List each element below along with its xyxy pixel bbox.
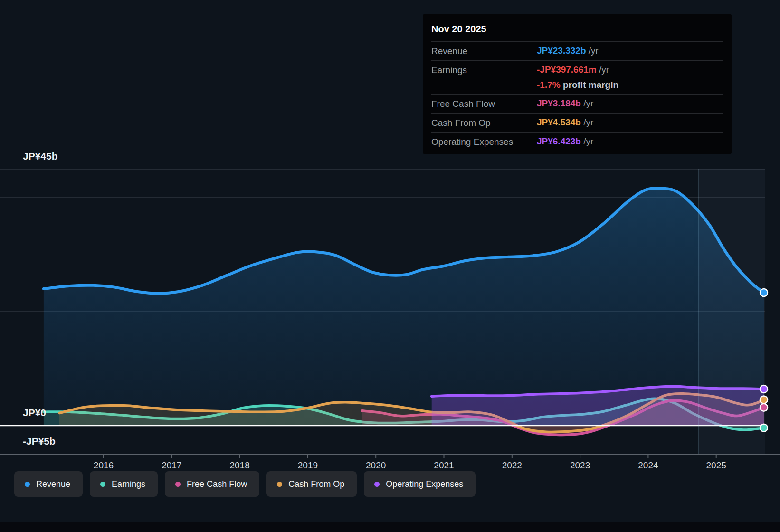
year-label-2020: 2020 [366,460,386,470]
row-label: Earnings [431,65,537,76]
tooltip-row-operating-expenses: Operating Expenses JP¥6.423b /yr [431,132,723,151]
y-label-0: JP¥0 [23,407,46,418]
row-value: JP¥3.184b [537,98,581,108]
legend-label: Revenue [36,479,70,489]
tooltip-row-free-cash-flow: Free Cash Flow JP¥3.184b /yr [431,94,723,113]
end-marker-earnings [760,424,768,432]
year-label-2024: 2024 [638,460,658,470]
earnings-dot-icon [100,482,105,487]
chart-legend: Revenue Earnings Free Cash Flow Cash Fro… [14,471,476,497]
free-cash-flow-dot-icon [175,482,181,487]
tooltip-date: Nov 20 2025 [431,18,723,41]
row-label: Cash From Op [431,117,537,128]
current-date-highlight [698,169,765,455]
year-label-2023: 2023 [570,460,590,470]
row-unit: /yr [583,136,593,146]
year-label-2019: 2019 [298,460,318,470]
profit-margin-line: -1.7% profit margin [537,75,723,90]
profit-margin-value: -1.7% [537,80,561,90]
legend-item-earnings[interactable]: Earnings [90,471,158,497]
year-label-2016: 2016 [94,460,114,470]
row-label: Operating Expenses [431,136,537,147]
cash-from-op-dot-icon [277,482,282,487]
y-label-45: JP¥45b [23,151,58,162]
year-label-2022: 2022 [502,460,522,470]
legend-label: Cash From Op [288,479,344,489]
end-marker-free-cash-flow [760,404,768,411]
year-label-2018: 2018 [229,460,249,470]
x-axis: 2016201720182019202020212022202320242025 [0,455,780,470]
legend-label: Earnings [112,479,145,489]
year-label-2021: 2021 [434,460,454,470]
row-value: -JP¥397.661m [537,65,597,75]
series-lines [44,189,764,435]
tooltip-row-cash-from-op: Cash From Op JP¥4.534b /yr [431,113,723,132]
year-label-2017: 2017 [162,460,181,470]
row-unit: /yr [583,117,593,127]
page-background: 2016201720182019202020212022202320242025… [0,0,780,532]
row-unit: /yr [589,46,599,56]
legend-item-cash-from-op[interactable]: Cash From Op [266,471,357,497]
legend-item-operating-expenses[interactable]: Operating Expenses [364,471,476,497]
row-label: Free Cash Flow [431,98,537,109]
row-value: JP¥6.423b [537,136,581,146]
end-marker-cash-from-op [760,396,768,404]
end-marker-revenue [760,289,768,296]
legend-item-free-cash-flow[interactable]: Free Cash Flow [165,471,259,497]
row-unit: /yr [583,98,593,108]
legend-label: Free Cash Flow [187,479,247,489]
chart-tooltip-panel: Nov 20 2025 Revenue JP¥23.332b /yr Earni… [423,14,732,154]
row-value: JP¥23.332b [537,46,586,56]
revenue-dot-icon [25,482,30,487]
y-label--5: -JP¥5b [23,436,56,446]
row-value: JP¥4.534b [537,117,581,127]
tooltip-row-earnings: Earnings -JP¥397.661m /yr -1.7% profit m… [431,60,723,94]
profit-margin-label: profit margin [563,80,618,90]
legend-item-revenue[interactable]: Revenue [14,471,83,497]
year-label-2025: 2025 [706,460,726,470]
row-label: Revenue [431,46,537,57]
legend-label: Operating Expenses [386,479,463,489]
tooltip-row-revenue: Revenue JP¥23.332b /yr [431,41,723,60]
row-unit: /yr [599,65,609,75]
end-marker-operating-expenses [760,385,768,393]
operating-expenses-dot-icon [374,482,380,487]
bottom-bar [0,522,780,532]
